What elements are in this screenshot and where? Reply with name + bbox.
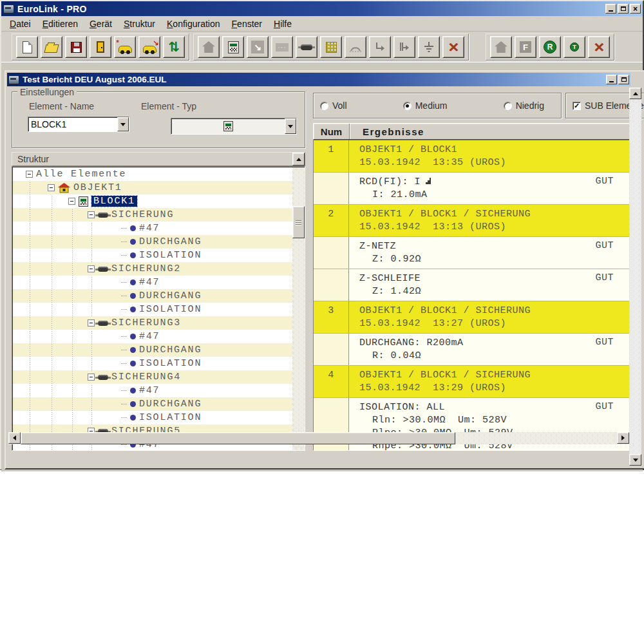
results-list: 1OBJEKT1 / BLOCK115.03.1942 13:35 (UROS)… [313,140,632,451]
ground-symbol-button[interactable] [418,36,440,58]
menu-item-datei[interactable]: Datei [4,17,37,31]
menu-item-gerät[interactable]: Gerät [84,17,118,31]
tree-expander-icon[interactable] [68,198,75,205]
element-name-dropdown-button[interactable] [117,117,129,131]
result-entry-info: OBJEKT1 / BLOCK1 / SICHERUNG15.03.1942 1… [348,205,632,236]
corner-arrow-button[interactable] [369,36,391,58]
menu-item-editieren[interactable]: Editieren [37,17,84,31]
fuse-button[interactable] [296,36,317,58]
element-typ-dropdown-button[interactable] [285,118,296,134]
menu-item-hilfe[interactable]: Hilfe [268,17,298,31]
tree-item-isolation[interactable]: ISOLATION [13,303,292,316]
f-square-button[interactable]: F [515,36,536,58]
tree-item-47[interactable]: #47 [13,222,292,235]
new-document-button[interactable] [16,36,38,58]
tree-expander-icon[interactable] [88,265,95,272]
column-ergebnisse[interactable]: Ergebnisse [350,126,424,137]
main-titlebar[interactable]: EuroLink - PRO × [1,1,643,16]
grid-board-icon [326,42,337,53]
tree-expander-icon[interactable] [88,374,95,381]
menu-item-struktur[interactable]: Struktur [118,17,161,31]
result-entry-header[interactable]: 3OBJEKT1 / BLOCK1 / SICHERUNG15.03.1942 … [314,301,632,334]
calculator-button[interactable] [222,36,244,58]
cable-arch-button[interactable] [345,36,366,58]
test-result[interactable]: Z-SCHLEIFEGUTZ: 1.42Ω [314,269,632,301]
element-typ-combobox[interactable] [171,118,297,135]
menu-item-fenster[interactable]: Fenster [226,17,268,31]
delete-x-button[interactable]: × [442,36,464,58]
column-num[interactable]: Num [314,126,349,137]
restore-button[interactable] [618,4,629,14]
tree-item-block1[interactable]: BLOCK1 [13,194,292,208]
scroll-left-button[interactable] [8,432,21,444]
document-vertical-scrollbar[interactable] [629,88,641,466]
save-floppy-button[interactable] [65,36,87,58]
tree-item-isolation[interactable]: ISOLATION [13,249,292,262]
open-folder-button[interactable] [41,36,62,58]
tree-item-isolation[interactable]: ISOLATION [13,411,292,424]
tree-item-durchgang[interactable]: DURCHGANG [13,235,292,249]
tree-expander-icon[interactable] [26,171,33,178]
sync-arrows-button[interactable]: ⇅ [163,36,185,58]
detail-option-medium[interactable]: Medium [403,100,448,111]
result-entry-header[interactable]: 2OBJEKT1 / BLOCK1 / SICHERUNG15.03.1942 … [314,205,632,237]
house-gray-button[interactable] [198,36,220,58]
radio-unchecked-icon[interactable] [504,102,512,110]
tree-item-durchgang[interactable]: DURCHGANG [13,343,292,357]
element-name-value: BLOCK1 [28,117,117,131]
close-button[interactable]: × [630,4,641,14]
exit-door-button[interactable] [90,36,111,58]
scroll-right-button[interactable] [617,432,629,444]
element-name-combobox[interactable]: BLOCK1 [28,117,129,132]
delete-x-button[interactable]: × [588,36,610,58]
test-result-body: RCD(FI): IGUTI: 21.0mA [348,173,632,204]
r-badge-button[interactable]: R [539,36,561,58]
document-minimize-button[interactable] [606,75,617,84]
radio-unchecked-icon[interactable] [320,102,328,110]
tree-item-sicherung2[interactable]: SICHERUNG2 [13,262,292,276]
tree-item-sicherung4[interactable]: SICHERUNG4 [13,370,292,384]
tree-item-objekt1[interactable]: OBJEKT1 [13,181,292,194]
horizontal-scrollbar-thumb[interactable] [21,432,455,444]
tree-item-47[interactable]: #47 [13,384,292,397]
grid-board-button[interactable] [320,36,342,58]
detail-option-voll[interactable]: Voll [320,100,347,111]
tree-scrollbar-thumb[interactable] [292,206,305,238]
result-entry-header[interactable]: 1OBJEKT1 / BLOCK115.03.1942 13:35 (UROS) [314,140,632,173]
document-titlebar[interactable]: Test Bericht DEU August 2006.EUL [7,73,630,86]
tree-expander-icon[interactable] [48,184,55,191]
t-badge-button[interactable]: T [564,36,585,58]
tree-expander-icon[interactable] [88,319,95,327]
notes-gray-button[interactable]: ∙∙∙ [271,36,293,58]
scroll-down-button[interactable] [629,454,641,466]
tree-item-durchgang[interactable]: DURCHGANG [13,289,292,303]
document-restore-button[interactable] [618,75,629,84]
tree-item-sicherung3[interactable]: SICHERUNG3 [13,316,292,330]
document-horizontal-scrollbar[interactable] [8,432,629,444]
car-send-button[interactable]: ↘ [138,36,160,58]
tree-item-sicherung[interactable]: SICHERUNG [13,208,292,222]
car-receive-button[interactable]: * [114,36,136,58]
tree-item-durchgang[interactable]: DURCHGANG [13,397,292,411]
minimize-button[interactable] [605,4,616,14]
detail-option-niedrig[interactable]: Niedrig [504,100,544,111]
tree-scroll-up-button[interactable] [292,153,305,166]
tree-item-47[interactable]: #47 [13,330,292,343]
result-entry-header[interactable]: 4OBJEKT1 / BLOCK1 / SICHERUNG15.03.1942 … [314,366,632,398]
checkbox-checked-icon[interactable]: ✓ [573,102,581,110]
test-result[interactable]: DURCHGANG: R200mAGUTR: 0.04Ω [314,334,632,366]
test-result[interactable]: RCD(FI): IGUTI: 21.0mA [314,173,632,205]
menu-item-konfiguration[interactable]: Konfiguration [161,17,226,31]
house-gray-button[interactable] [490,36,512,58]
calculator-icon [228,41,239,53]
corner-arrow-bars-button[interactable] [393,36,415,58]
tree-item-isolation[interactable]: ISOLATION [13,357,292,370]
test-result[interactable]: Z-NETZGUTZ: 0.92Ω [314,237,632,269]
radio-checked-icon[interactable] [403,102,412,110]
tree-expander-icon[interactable] [88,211,95,218]
tree-item-alleelemente[interactable]: Alle Elemente [13,167,292,181]
scroll-up-button[interactable] [629,88,641,99]
tree-vertical-scrollbar[interactable] [292,167,305,450]
chart-arrow-button[interactable]: ↘ [247,36,269,58]
tree-item-47[interactable]: #47 [13,276,292,289]
